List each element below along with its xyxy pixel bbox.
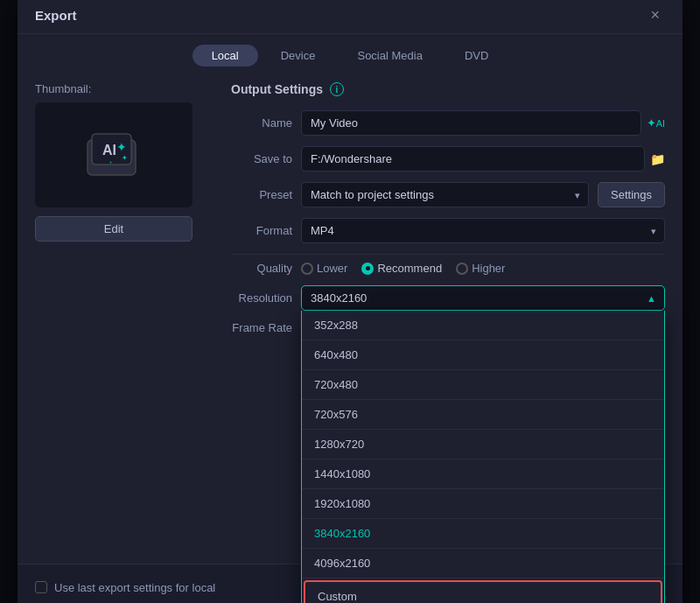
right-panel: Output Settings i Name ✦AI Save to (231, 82, 665, 546)
format-select[interactable]: MP4 (301, 218, 665, 243)
quality-recommend-label: Recommend (377, 262, 442, 275)
dialog-body: Thumbnail: AI ✦ ✦ + Edit (18, 74, 682, 564)
tab-device[interactable]: Device (262, 45, 335, 67)
thumbnail-box: AI ✦ ✦ + (35, 102, 192, 207)
divider-1 (231, 254, 665, 255)
dialog-header: Export × (18, 0, 682, 34)
resolution-row: Resolution ▲ 352x288 640x480 720x480 720… (231, 285, 665, 311)
settings-button[interactable]: Settings (598, 182, 665, 207)
resolution-option-640x480[interactable]: 640x480 (302, 340, 664, 370)
edit-button[interactable]: Edit (35, 216, 192, 242)
name-input[interactable] (301, 110, 641, 136)
dialog-title: Export (35, 8, 77, 23)
info-icon: i (330, 82, 344, 96)
quality-higher-label: Higher (472, 262, 505, 275)
resolution-option-1440x1080[interactable]: 1440x1080 (302, 459, 664, 489)
quality-higher-radio[interactable] (456, 263, 468, 275)
tab-social-media[interactable]: Social Media (338, 45, 441, 67)
name-input-group: ✦AI (301, 110, 665, 136)
resolution-option-1920x1080[interactable]: 1920x1080 (302, 489, 664, 519)
save-to-label: Save to (231, 152, 292, 165)
ai-name-icon: ✦AI (647, 116, 665, 130)
quality-recommend[interactable]: Recommend (361, 262, 442, 275)
svg-text:AI: AI (102, 143, 116, 158)
thumbnail-label: Thumbnail: (35, 82, 210, 95)
preset-select-wrapper: Match to project settings ▾ (301, 182, 589, 207)
resolution-option-custom[interactable]: Custom (304, 580, 662, 603)
resolution-dropdown: 352x288 640x480 720x480 720x576 1280x720… (301, 311, 665, 603)
tab-bar: Local Device Social Media DVD (18, 34, 682, 74)
use-last-settings-label: Use last export settings for local (54, 581, 215, 594)
preset-select[interactable]: Match to project settings (301, 182, 589, 207)
dialog-overlay: Export × Local Device Social Media DVD T… (0, 0, 700, 603)
left-panel: Thumbnail: AI ✦ ✦ + Edit (35, 82, 210, 546)
resolution-option-720x480[interactable]: 720x480 (302, 370, 664, 400)
format-label: Format (231, 224, 292, 237)
output-settings-title: Output Settings i (231, 82, 665, 96)
resolution-option-1280x720[interactable]: 1280x720 (302, 430, 664, 459)
preset-label: Preset (231, 188, 292, 201)
resolution-option-352x288[interactable]: 352x288 (302, 311, 664, 340)
name-label: Name (231, 116, 292, 130)
save-to-input[interactable] (301, 146, 645, 172)
format-select-wrapper: MP4 ▾ (301, 218, 665, 243)
svg-text:✦: ✦ (116, 140, 127, 154)
resolution-input[interactable] (301, 285, 665, 311)
quality-lower[interactable]: Lower (301, 262, 347, 275)
checkbox-row: Use last export settings for local (35, 581, 215, 594)
quality-recommend-radio[interactable] (361, 263, 374, 275)
format-row: Format MP4 ▾ (231, 218, 665, 243)
resolution-option-3840x2160[interactable]: 3840x2160 (302, 519, 664, 549)
quality-label: Quality (231, 262, 292, 275)
quality-lower-label: Lower (317, 262, 347, 275)
preset-row: Preset Match to project settings ▾ Setti… (231, 182, 665, 207)
use-last-settings-checkbox[interactable] (35, 581, 47, 593)
name-row: Name ✦AI (231, 110, 665, 136)
tab-local[interactable]: Local (192, 45, 258, 67)
export-dialog: Export × Local Device Social Media DVD T… (18, 0, 682, 603)
save-to-input-group: 📁 (301, 146, 665, 172)
quality-higher[interactable]: Higher (456, 262, 505, 275)
resolution-label: Resolution (231, 291, 292, 305)
quality-lower-radio[interactable] (301, 263, 313, 275)
resolution-option-4096x2160[interactable]: 4096x2160 (302, 549, 664, 578)
folder-icon[interactable]: 📁 (650, 152, 665, 166)
svg-text:+: + (109, 159, 113, 165)
resolution-select-wrapper: ▲ 352x288 640x480 720x480 720x576 1280x7… (301, 285, 665, 311)
save-to-row: Save to 📁 (231, 146, 665, 172)
svg-text:✦: ✦ (122, 154, 128, 162)
output-settings-label: Output Settings (231, 82, 323, 96)
ai-thumbnail-icon: AI ✦ ✦ + (83, 127, 144, 184)
quality-row: Quality Lower Recommend Higher (231, 262, 665, 275)
quality-options: Lower Recommend Higher (301, 262, 505, 275)
resolution-option-720x576[interactable]: 720x576 (302, 400, 664, 430)
close-button[interactable]: × (645, 5, 665, 25)
frame-rate-label: Frame Rate (231, 321, 292, 334)
tab-dvd[interactable]: DVD (445, 45, 508, 67)
